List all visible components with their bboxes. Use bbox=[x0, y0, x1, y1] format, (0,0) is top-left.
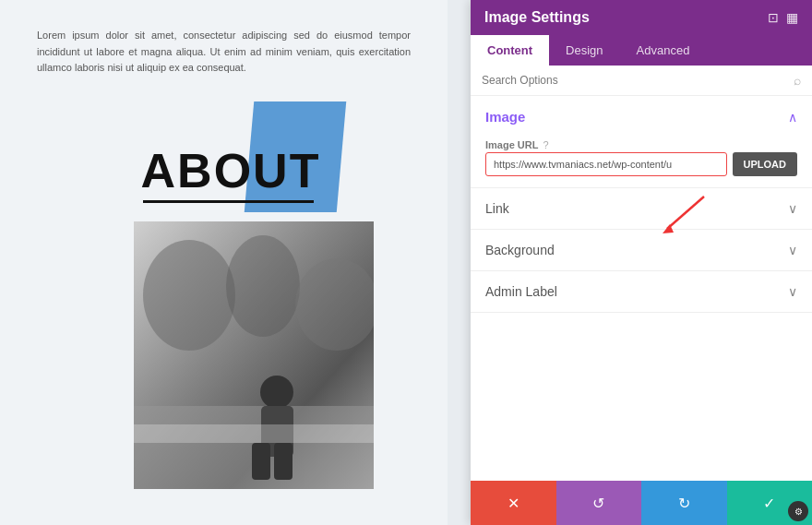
grid-icon[interactable]: ▦ bbox=[786, 10, 798, 25]
image-section: Image ∧ Image URL ? UPLOAD bbox=[471, 96, 812, 188]
panel-header: Image Settings ⊡ ▦ bbox=[471, 0, 812, 35]
admin-label-section-label: Admin Label bbox=[485, 284, 557, 299]
cancel-button[interactable]: ✕ bbox=[471, 481, 556, 525]
admin-label-section: Admin Label ∨ bbox=[471, 271, 812, 313]
svg-rect-10 bbox=[134, 424, 374, 443]
svg-point-6 bbox=[260, 376, 293, 409]
photo-svg bbox=[134, 221, 374, 489]
corner-settings-icon[interactable]: ⚙ bbox=[788, 501, 808, 521]
image-url-field-row: UPLOAD bbox=[471, 152, 812, 187]
link-section-label: Link bbox=[485, 201, 509, 216]
admin-label-section-header[interactable]: Admin Label ∨ bbox=[471, 271, 812, 312]
image-url-label-row: Image URL ? bbox=[471, 134, 812, 152]
tab-advanced[interactable]: Advanced bbox=[620, 35, 707, 66]
admin-label-section-arrow: ∨ bbox=[788, 284, 797, 299]
svg-point-2 bbox=[143, 240, 235, 351]
image-section-label: Image bbox=[485, 109, 525, 125]
link-section-header[interactable]: Link ∨ bbox=[471, 188, 812, 229]
about-underline bbox=[143, 200, 314, 203]
redo-button[interactable]: ↻ bbox=[641, 481, 727, 525]
reset-button[interactable]: ↺ bbox=[556, 481, 642, 525]
search-input[interactable] bbox=[482, 74, 794, 87]
background-section: Background ∨ bbox=[471, 230, 812, 271]
page-preview: Lorem ipsum dolor sit amet, consectetur … bbox=[0, 0, 448, 525]
panel-title: Image Settings bbox=[484, 9, 590, 26]
panel-body: Image ∧ Image URL ? UPLOAD Link ∨ Backgr… bbox=[471, 96, 812, 481]
about-title: ABOUT bbox=[111, 143, 351, 198]
image-url-label: Image URL bbox=[485, 139, 538, 150]
link-section-arrow: ∨ bbox=[788, 201, 797, 216]
settings-panel: Image Settings ⊡ ▦ Content Design Advanc… bbox=[471, 0, 812, 525]
link-section: Link ∨ bbox=[471, 188, 812, 230]
svg-rect-8 bbox=[252, 443, 270, 480]
upload-button[interactable]: UPLOAD bbox=[733, 152, 797, 176]
image-url-input[interactable] bbox=[485, 152, 727, 176]
background-section-label: Background bbox=[485, 243, 555, 257]
background-section-header[interactable]: Background ∨ bbox=[471, 230, 812, 270]
svg-point-3 bbox=[226, 235, 300, 337]
image-section-header[interactable]: Image ∧ bbox=[471, 96, 812, 134]
panel-header-icons: ⊡ ▦ bbox=[768, 10, 798, 25]
fullscreen-icon[interactable]: ⊡ bbox=[768, 10, 779, 25]
svg-rect-9 bbox=[274, 443, 293, 480]
image-section-arrow: ∧ bbox=[788, 110, 797, 125]
photo-area bbox=[134, 221, 374, 489]
lorem-text: Lorem ipsum dolor sit amet, consectetur … bbox=[37, 28, 411, 77]
photo-placeholder bbox=[134, 221, 374, 489]
panel-footer: ✕ ↺ ↻ ✓ bbox=[471, 481, 812, 525]
background-section-arrow: ∨ bbox=[788, 243, 797, 257]
search-bar: ⌕ bbox=[471, 66, 812, 96]
tab-content[interactable]: Content bbox=[471, 35, 549, 66]
panel-tabs: Content Design Advanced bbox=[471, 35, 812, 66]
tab-design[interactable]: Design bbox=[549, 35, 619, 66]
help-icon[interactable]: ? bbox=[543, 139, 548, 150]
search-icon: ⌕ bbox=[794, 73, 801, 88]
